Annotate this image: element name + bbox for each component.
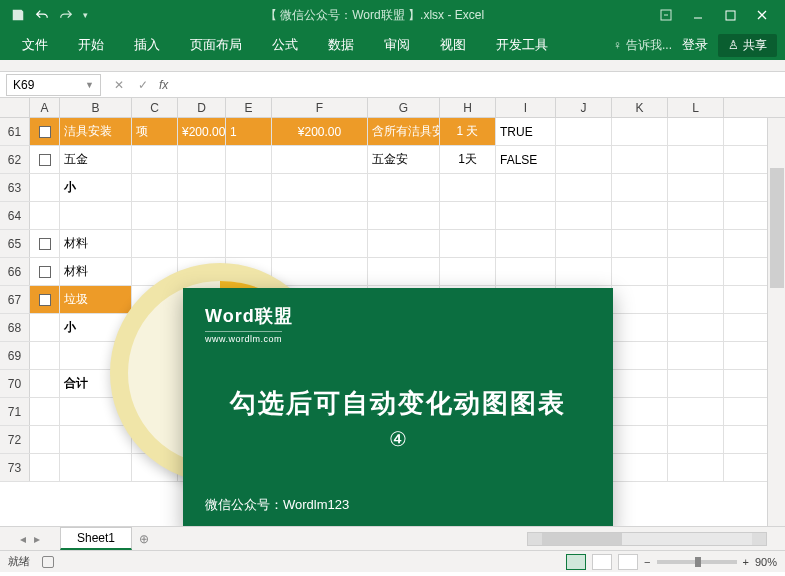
spreadsheet-grid[interactable]: ABCDEFGHIJKL 61洁具安装项¥200.001¥200.00含所有洁具… (0, 98, 785, 526)
cell[interactable] (132, 230, 178, 257)
sheet-nav[interactable]: ◂▸ (0, 532, 60, 546)
checkbox[interactable] (39, 294, 51, 306)
cell[interactable] (612, 258, 668, 285)
zoom-level[interactable]: 90% (755, 556, 777, 568)
column-header[interactable]: B (60, 98, 132, 117)
sheet-tab[interactable]: Sheet1 (60, 527, 132, 550)
cell[interactable] (132, 202, 178, 229)
cell[interactable]: FALSE (496, 146, 556, 173)
row-header[interactable]: 68 (0, 314, 30, 341)
redo-button[interactable] (56, 5, 76, 25)
cell[interactable] (612, 174, 668, 201)
minimize-button[interactable] (683, 5, 713, 25)
undo-button[interactable] (32, 5, 52, 25)
cell[interactable] (612, 342, 668, 369)
zoom-slider[interactable] (657, 560, 737, 564)
row-header[interactable]: 67 (0, 286, 30, 313)
select-all-corner[interactable] (0, 98, 30, 117)
formula-input[interactable] (172, 74, 785, 96)
cell[interactable] (30, 342, 60, 369)
row-header[interactable]: 63 (0, 174, 30, 201)
cell[interactable] (556, 258, 612, 285)
accept-formula-icon[interactable]: ✓ (131, 74, 155, 96)
cell[interactable] (178, 146, 226, 173)
checkbox[interactable] (39, 154, 51, 166)
cell[interactable] (612, 398, 668, 425)
row-header[interactable]: 61 (0, 118, 30, 145)
cell[interactable] (496, 174, 556, 201)
qat-customize-icon[interactable]: ▾ (80, 5, 90, 25)
maximize-button[interactable] (715, 5, 745, 25)
horizontal-scrollbar[interactable] (527, 532, 767, 546)
tab-review[interactable]: 审阅 (370, 30, 424, 60)
cell[interactable] (440, 202, 496, 229)
checkbox[interactable] (39, 126, 51, 138)
cell[interactable] (556, 118, 612, 145)
cell[interactable]: ¥200.00 (272, 118, 368, 145)
column-header[interactable]: I (496, 98, 556, 117)
cell[interactable]: 含所有洁具安 (368, 118, 440, 145)
cell[interactable] (668, 342, 724, 369)
share-button[interactable]: ♙ 共享 (718, 34, 777, 57)
tab-file[interactable]: 文件 (8, 30, 62, 60)
cell[interactable] (612, 314, 668, 341)
cell[interactable]: 1 天 (440, 118, 496, 145)
cell[interactable] (30, 370, 60, 397)
cell[interactable] (30, 230, 60, 257)
view-normal-button[interactable] (566, 554, 586, 570)
column-header[interactable]: D (178, 98, 226, 117)
row-header[interactable]: 71 (0, 398, 30, 425)
cell[interactable] (178, 174, 226, 201)
cancel-formula-icon[interactable]: ✕ (107, 74, 131, 96)
view-page-break-button[interactable] (618, 554, 638, 570)
vertical-scrollbar[interactable] (767, 118, 785, 526)
column-header[interactable]: K (612, 98, 668, 117)
cell[interactable] (272, 202, 368, 229)
cell[interactable]: 1 (226, 118, 272, 145)
column-header[interactable]: F (272, 98, 368, 117)
fx-icon[interactable]: fx (155, 78, 172, 92)
name-box[interactable]: K69 ▼ (6, 74, 101, 96)
tab-data[interactable]: 数据 (314, 30, 368, 60)
row-header[interactable]: 62 (0, 146, 30, 173)
cell[interactable]: TRUE (496, 118, 556, 145)
row-header[interactable]: 66 (0, 258, 30, 285)
cell[interactable] (496, 230, 556, 257)
cell[interactable] (30, 286, 60, 313)
cell[interactable] (30, 202, 60, 229)
cell[interactable] (30, 454, 60, 481)
cell[interactable] (368, 174, 440, 201)
column-header[interactable]: G (368, 98, 440, 117)
cell[interactable] (668, 258, 724, 285)
cell[interactable] (612, 146, 668, 173)
cell[interactable] (612, 230, 668, 257)
cell[interactable] (668, 398, 724, 425)
cell[interactable] (440, 230, 496, 257)
cell[interactable] (612, 202, 668, 229)
cell[interactable] (30, 398, 60, 425)
close-button[interactable] (747, 5, 777, 25)
cell[interactable]: 五金安 (368, 146, 440, 173)
cell[interactable] (132, 146, 178, 173)
cell[interactable] (272, 174, 368, 201)
cell[interactable] (60, 202, 132, 229)
cell[interactable] (132, 174, 178, 201)
column-header[interactable]: H (440, 98, 496, 117)
cell[interactable] (496, 202, 556, 229)
save-button[interactable] (8, 5, 28, 25)
cell[interactable]: 五金 (60, 146, 132, 173)
cell[interactable] (226, 202, 272, 229)
login-link[interactable]: 登录 (682, 36, 708, 54)
cell[interactable] (556, 230, 612, 257)
cell[interactable] (556, 146, 612, 173)
row-header[interactable]: 72 (0, 426, 30, 453)
tab-home[interactable]: 开始 (64, 30, 118, 60)
cell[interactable] (226, 230, 272, 257)
view-page-layout-button[interactable] (592, 554, 612, 570)
row-header[interactable]: 69 (0, 342, 30, 369)
add-sheet-button[interactable]: ⊕ (132, 532, 156, 546)
cell[interactable] (556, 174, 612, 201)
cell[interactable] (368, 258, 440, 285)
cell[interactable] (30, 118, 60, 145)
tab-formulas[interactable]: 公式 (258, 30, 312, 60)
